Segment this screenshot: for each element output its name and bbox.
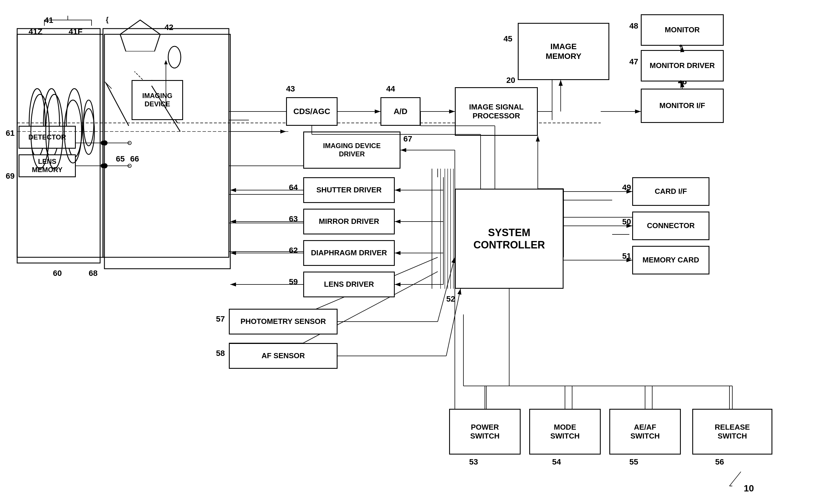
lens-memory-box: LENSMEMORY [19,154,76,177]
svg-marker-50 [679,44,683,47]
ref-10-arrow [724,469,747,489]
svg-point-68 [102,163,107,168]
ref-53: 53 [469,457,478,467]
detector-box: DETECTOR [19,126,76,149]
ref-65: 65 [116,154,125,164]
connector-box: CONNECTOR [632,212,709,240]
ref-66: 66 [130,154,139,164]
svg-marker-52 [679,80,683,82]
monitor-if-box: MONITOR I/F [641,89,724,123]
monitor-box: MONITOR [641,14,724,46]
monitor-driver-box: MONITOR DRIVER [641,50,724,81]
power-switch-box: POWERSWITCH [449,409,521,454]
lens-driver-box: LENS DRIVER [303,272,395,297]
svg-point-46 [168,46,181,68]
card-if-box: CARD I/F [632,177,709,206]
system-controller-box: SYSTEMCONTROLLER [455,189,564,289]
ref-42: 42 [164,23,173,32]
ref-52: 52 [446,295,455,304]
brace-41: { [106,16,108,24]
photometry-sensor-box: PHOTOMETRY SENSOR [229,309,338,334]
imaging-device-driver-box: IMAGING DEVICEDRIVER [303,132,400,169]
svg-point-74 [128,164,131,168]
ref-44: 44 [386,84,395,93]
lens-circle [166,43,183,72]
ref-47: 47 [629,57,638,66]
svg-point-73 [128,141,131,145]
ref-54: 54 [552,457,561,467]
ref-61: 61 [6,129,15,138]
ref-59: 59 [289,277,298,286]
ref-62: 62 [289,246,298,255]
ref-67: 67 [403,134,412,144]
ref-50: 50 [622,217,631,227]
arrow-monitor-stack-2 [675,80,686,89]
diaphragm-driver-box: DIAPHRAGM DRIVER [303,240,395,266]
svg-point-67 [102,140,107,146]
ref-60: 60 [53,269,62,278]
shutter-driver-box: SHUTTER DRIVER [303,177,395,203]
ref-43: 43 [286,84,295,93]
svg-point-42 [101,164,105,168]
svg-line-118 [438,257,455,322]
svg-line-47 [106,83,129,126]
ref-41Z: 41Z [28,27,42,36]
mirror-driver-box: MIRROR DRIVER [303,209,395,234]
imaging-device-box: IMAGINGDEVICE [132,80,183,120]
ref-64: 64 [289,183,298,192]
ref-69: 69 [6,172,15,181]
arrow-monitor-stack-1 [675,44,686,53]
ref-55: 55 [629,457,638,467]
ref-68: 68 [89,269,97,278]
ad-box: A/D [380,97,421,126]
mirror-svg [103,80,132,137]
ref-58: 58 [216,349,225,358]
ref-20: 20 [506,76,515,85]
ref-63: 63 [289,215,298,224]
memory-card-box: MEMORY CARD [632,246,709,274]
ref-41: 41 [44,16,53,25]
svg-point-41 [101,141,105,145]
ref-48: 48 [629,21,638,30]
svg-point-61 [83,109,94,154]
svg-point-4 [83,100,94,146]
cds-agc-box: CDS/AGC [286,97,338,126]
image-signal-processor-box: IMAGE SIGNALPROCESSOR [455,87,538,136]
ref-49: 49 [622,183,631,192]
release-switch-box: RELEASESWITCH [692,409,772,454]
ref-45: 45 [504,34,512,44]
diagram: 41 41Z 41F 42 { IMAGINGDEVICE 65 66 DETE… [0,0,825,504]
ref-41F: 41F [69,27,82,36]
viewfinder-shape [117,17,163,52]
svg-marker-45 [120,20,160,52]
svg-line-53 [730,472,741,486]
ae-af-switch-box: AE/AFSWITCH [609,409,681,454]
af-sensor-box: AF SENSOR [229,343,338,369]
ref-57: 57 [216,315,225,324]
ref-56: 56 [715,457,724,467]
ref-51: 51 [622,252,631,261]
mode-switch-box: MODESWITCH [529,409,601,454]
image-memory-box: IMAGEMEMORY [518,23,609,80]
